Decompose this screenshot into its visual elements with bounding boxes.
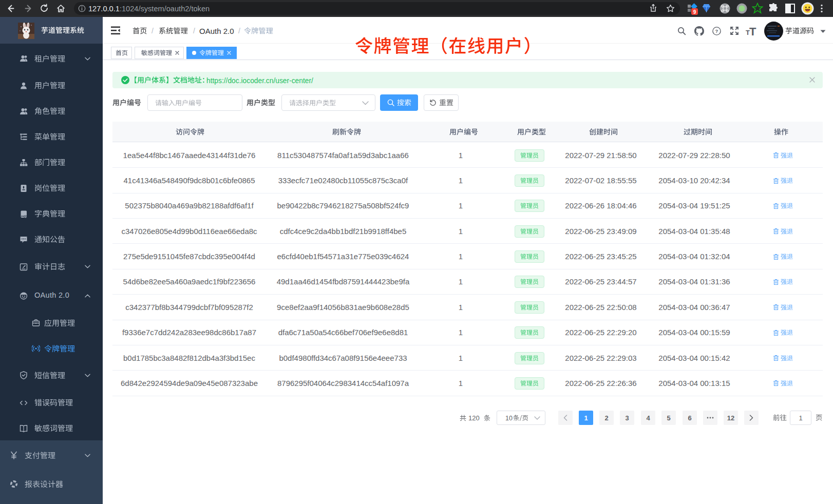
- svg-text:?: ?: [715, 28, 718, 34]
- svg-text:9: 9: [693, 9, 696, 15]
